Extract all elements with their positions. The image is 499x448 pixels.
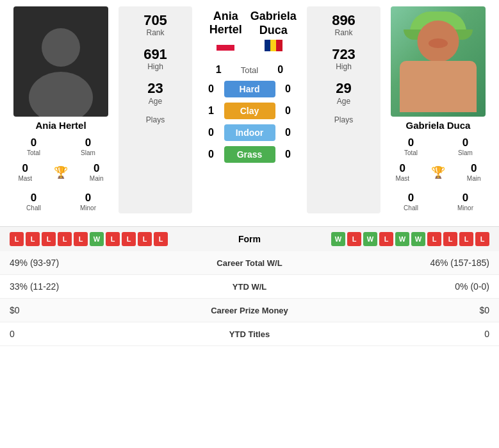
form-badge-left: L	[58, 232, 72, 246]
right-total-label: Total	[404, 149, 418, 156]
hard-button[interactable]: Hard	[224, 81, 275, 97]
form-badge-left: L	[42, 232, 56, 246]
right-slam-value: 0	[462, 137, 468, 149]
left-main-label: Main	[90, 175, 104, 182]
right-age-value: 29	[336, 81, 351, 96]
left-player-name: Ania Hertel	[35, 120, 86, 131]
form-badge-left: L	[106, 232, 120, 246]
left-minor-cell: 0 Minor	[61, 190, 115, 213]
right-flag	[265, 40, 282, 51]
clay-row: 1 Clay 0	[199, 103, 300, 119]
form-badge-right: L	[427, 232, 441, 246]
right-player-column: Gabriela Duca 0 Total 0 Slam 0 Mast 🏆	[384, 6, 493, 213]
form-badge-right: W	[331, 232, 345, 246]
stats-val-right-1: 0% (0-0)	[314, 281, 490, 292]
right-high-stat: 723 High	[332, 47, 356, 71]
hard-score-left: 0	[205, 83, 218, 95]
right-high-value: 723	[332, 47, 356, 62]
left-rank-stat: 705 Rank	[143, 13, 167, 37]
clay-score-left: 1	[205, 105, 218, 117]
right-mast-row: 0 Mast 🏆 0 Main	[384, 158, 493, 186]
left-chall-value: 0	[31, 192, 37, 204]
form-badge-left: L	[26, 232, 40, 246]
right-chall-cell: 0 Chall	[384, 190, 438, 213]
total-score-right: 0	[277, 64, 283, 76]
form-badge-right: L	[459, 232, 473, 246]
left-age-label: Age	[147, 97, 163, 106]
form-row: LLLLLWLLLL Form WLWLWWLLLL	[0, 227, 499, 251]
right-high-label: High	[332, 62, 356, 71]
right-main-label: Main	[467, 175, 481, 182]
bottom-section: LLLLLWLLLL Form WLWLWWLLLL 49% (93-97) C…	[0, 226, 499, 346]
stats-row: 33% (11-22) YTD W/L 0% (0-0)	[0, 275, 499, 299]
stats-col-label-2: Career Prize Money	[186, 306, 314, 315]
form-badge-right: W	[411, 232, 425, 246]
total-score-left: 1	[216, 64, 222, 76]
stats-val-left-1: 33% (11-22)	[10, 281, 186, 292]
left-player-column: Ania Hertel 0 Total 0 Slam 0 Mast 🏆 0	[6, 6, 115, 213]
right-mast-cell: 0 Mast	[393, 160, 411, 184]
right-slam-cell: 0 Slam	[438, 135, 493, 158]
form-badge-right: W	[363, 232, 377, 246]
left-mast-value: 0	[22, 162, 28, 175]
grass-button[interactable]: Grass	[224, 146, 275, 163]
left-total-value: 0	[31, 137, 37, 149]
left-age-stat: 23 Age	[147, 81, 163, 105]
left-rank-value: 705	[143, 13, 167, 28]
right-slam-label: Slam	[458, 149, 473, 156]
right-chall-row: 0 Chall 0 Minor	[384, 190, 493, 213]
form-badge-left: W	[90, 232, 104, 246]
stats-col-label-1: YTD W/L	[186, 282, 314, 292]
indoor-score-right: 0	[282, 127, 295, 138]
left-slam-value: 0	[85, 137, 91, 149]
stats-row: $0 Career Prize Money $0	[0, 299, 499, 322]
svg-point-1	[29, 72, 93, 117]
right-age-stat: 29 Age	[336, 81, 351, 105]
right-data-box: 896 Rank 723 High 29 Age Plays	[307, 6, 380, 213]
left-mast-row: 0 Mast 🏆 0 Main	[6, 158, 115, 186]
indoor-score-left: 0	[205, 127, 218, 138]
form-badge-left: L	[10, 232, 24, 246]
grass-row: 0 Grass 0	[199, 146, 300, 163]
right-minor-label: Minor	[457, 204, 473, 212]
form-badge-right: L	[443, 232, 457, 246]
form-badge-left: L	[122, 232, 136, 246]
left-chall-label: Chall	[26, 204, 41, 212]
right-main-cell: 0 Main	[465, 160, 483, 184]
right-player-photo	[391, 6, 486, 117]
right-rank-stat: 896 Rank	[332, 13, 356, 37]
hard-score-right: 0	[282, 83, 295, 95]
left-slam-cell: 0 Slam	[61, 135, 115, 158]
right-mast-value: 0	[400, 162, 405, 175]
svg-point-0	[42, 28, 80, 67]
right-total-value: 0	[408, 137, 414, 149]
stats-col-label-3: YTD Titles	[186, 329, 314, 339]
left-high-stat: 691 High	[143, 47, 167, 71]
clay-button[interactable]: Clay	[224, 103, 275, 119]
stats-val-right-0: 46% (157-185)	[314, 258, 490, 268]
left-rank-label: Rank	[143, 28, 167, 37]
right-minor-cell: 0 Minor	[438, 190, 493, 213]
right-chall-label: Chall	[404, 204, 418, 212]
right-plays-label: Plays	[334, 115, 353, 124]
total-label: Total	[241, 65, 258, 75]
form-badge-left: L	[138, 232, 152, 246]
grass-score-right: 0	[282, 149, 295, 160]
stats-row: 0 YTD Titles 0	[0, 322, 499, 346]
form-badge-right: W	[395, 232, 409, 246]
indoor-button[interactable]: Indoor	[224, 124, 275, 141]
form-badge-right: L	[379, 232, 393, 246]
right-rank-label: Rank	[332, 28, 356, 37]
right-age-label: Age	[336, 97, 351, 106]
grass-score-left: 0	[205, 149, 218, 160]
top-section: Ania Hertel 0 Total 0 Slam 0 Mast 🏆 0	[0, 0, 499, 220]
form-badge-left: L	[154, 232, 168, 246]
stats-table: 49% (93-97) Career Total W/L 46% (157-18…	[0, 251, 499, 346]
left-age-value: 23	[147, 81, 163, 96]
form-badge-right: L	[347, 232, 361, 246]
right-mast-label: Mast	[395, 175, 409, 182]
left-flag	[217, 39, 234, 51]
left-plays-label: Plays	[146, 115, 165, 124]
indoor-row: 0 Indoor 0	[199, 124, 300, 141]
left-mast-cell: 0 Mast	[16, 160, 34, 184]
